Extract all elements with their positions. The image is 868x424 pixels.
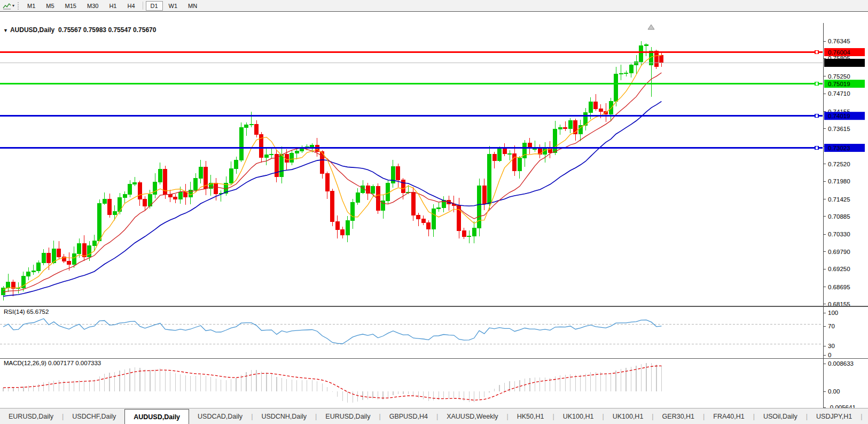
candle-body: [589, 102, 592, 113]
candle-body: [478, 186, 481, 228]
candle-body: [467, 236, 471, 236]
candle-body: [411, 192, 415, 215]
candle-body: [609, 102, 613, 114]
candle-body: [508, 154, 512, 155]
timeframe-button-w1[interactable]: W1: [164, 1, 183, 11]
candle-body: [432, 209, 435, 229]
candle-body: [310, 145, 314, 147]
candle-body: [37, 263, 41, 271]
candle-body: [98, 203, 101, 241]
candle-body: [32, 271, 35, 272]
candle-body: [503, 149, 506, 154]
candle-body: [523, 143, 527, 158]
timeframe-button-d1[interactable]: D1: [146, 1, 163, 11]
candle-body: [599, 109, 603, 111]
main-chart-pane[interactable]: 0.763450.758050.752500.747100.741550.736…: [0, 23, 868, 306]
chart-tab-usoil-daily[interactable]: USOil,Daily: [755, 408, 806, 424]
chart-tab-usdcad-daily[interactable]: USDCAD,Daily: [189, 408, 251, 424]
candle-body: [199, 167, 202, 178]
chart-tab-uk100-h1[interactable]: UK100,H1: [604, 408, 652, 424]
candle-body: [635, 62, 638, 65]
candle-body: [178, 192, 182, 199]
symbol-dropdown-icon[interactable]: ▼: [3, 28, 8, 33]
chart-tab-uk100-h1[interactable]: UK100,H1: [554, 408, 603, 424]
candle-body: [568, 120, 572, 128]
price-badge-label: 0.73023: [828, 145, 850, 151]
macd-indicator-label: MACD(12,26,9) 0.007177 0.007333: [4, 360, 101, 366]
line-drag-handle[interactable]: [815, 82, 818, 86]
chart-window: ▼AUDUSD,Daily 0.75567 0.75983 0.75547 0.…: [0, 11, 868, 408]
candle-body: [234, 160, 238, 169]
timeframe-button-h4[interactable]: H4: [122, 1, 139, 11]
candle-body: [639, 45, 643, 62]
candle-body: [42, 253, 45, 263]
candle-body: [285, 154, 288, 162]
candle-body: [133, 182, 137, 184]
chart-title: ▼AUDUSD,Daily 0.75567 0.75983 0.75547 0.…: [3, 26, 156, 34]
candle-body: [421, 219, 425, 222]
chart-tab-xauusd-weekly[interactable]: XAUUSD,Weekly: [438, 408, 506, 424]
chart-tab-usdcnh-daily[interactable]: USDCNH,Daily: [253, 408, 315, 424]
chart-tab-eurusd-daily[interactable]: EURUSD,Daily: [317, 408, 379, 424]
timeframe-button-m5[interactable]: M5: [41, 1, 59, 11]
candle-body: [654, 51, 658, 66]
toolbar-grip[interactable]: [18, 2, 19, 10]
rsi-tick-label: 70: [828, 323, 835, 329]
candle-body: [92, 241, 96, 246]
candle-body: [437, 207, 441, 209]
chart-tab-fra40-h1[interactable]: FRA40,H1: [705, 408, 753, 424]
candle-body: [513, 154, 517, 171]
line-drag-handle[interactable]: [815, 114, 818, 118]
candle-body: [214, 183, 218, 194]
candle-body: [553, 129, 557, 153]
chart-tab-gbpusd-h4[interactable]: GBPUSD,H4: [381, 408, 436, 424]
rsi-pane-background: [0, 306, 868, 358]
timeframe-button-m1[interactable]: M1: [22, 1, 40, 11]
candle-body: [57, 249, 61, 257]
chart-tab-hk50-h1[interactable]: HK50,H1: [509, 408, 553, 424]
candle-body: [346, 220, 349, 235]
candle-body: [184, 192, 187, 197]
timeframe-button-m15[interactable]: M15: [60, 1, 81, 11]
macd-pane[interactable]: 0.0086330.00-0.005641: [0, 358, 868, 410]
timeframe-button-h1[interactable]: H1: [104, 1, 121, 11]
candle-body: [644, 44, 648, 45]
toolbar-separator: [143, 2, 143, 10]
candle-body: [488, 155, 491, 204]
price-tick-label: 0.71425: [828, 196, 850, 203]
candle-body: [143, 199, 147, 206]
candle-body: [123, 194, 127, 197]
candle-body: [47, 253, 51, 263]
chart-tab-eurusd-daily[interactable]: EURUSD,Daily: [0, 408, 62, 424]
chevron-down-icon[interactable]: ▾: [12, 3, 14, 8]
rsi-pane[interactable]: 10070300: [0, 306, 868, 358]
indicator-icon[interactable]: [2, 2, 12, 10]
candle-body: [492, 155, 496, 160]
candle-body: [386, 183, 390, 201]
price-tick-label: 0.74710: [828, 90, 850, 97]
price-badge-label: 0.75019: [828, 81, 850, 87]
price-tick-label: 0.76345: [828, 38, 850, 44]
price-tick-label: 0.73615: [828, 126, 850, 132]
timeframe-button-mn[interactable]: MN: [183, 1, 202, 11]
chart-tab-usdchf-daily[interactable]: USDCHF,Daily: [64, 408, 124, 424]
line-drag-handle[interactable]: [815, 50, 818, 53]
line-drag-handle[interactable]: [815, 147, 818, 150]
candle-body: [249, 124, 253, 125]
chart-tab-ger30-h1[interactable]: GER30,H1: [654, 408, 703, 424]
candle-body: [371, 186, 375, 193]
candle-body: [245, 125, 248, 127]
candle-body: [472, 228, 476, 236]
chart-tab-dj30-daily[interactable]: DJ30,Daily: [862, 408, 868, 424]
candle-body: [396, 167, 400, 180]
candle-body: [482, 186, 486, 204]
chart-tab-usdjpy-h1[interactable]: USDJPY,H1: [808, 408, 861, 424]
candle-body: [72, 253, 76, 264]
timeframe-button-m30[interactable]: M30: [82, 1, 103, 11]
candle-body: [335, 221, 339, 230]
chart-tab-audusd-daily[interactable]: AUDUSD,Daily: [124, 409, 189, 424]
candle-body: [564, 128, 567, 128]
candle-body: [331, 191, 334, 221]
rsi-tick-label: 30: [828, 343, 835, 349]
candle-body: [660, 56, 663, 63]
